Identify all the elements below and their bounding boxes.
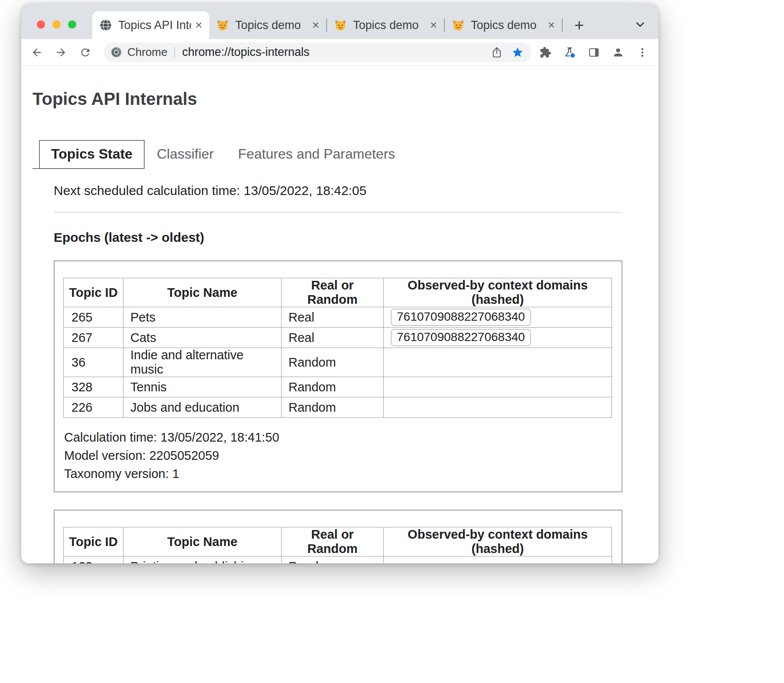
experiments-flask-icon[interactable] [561,44,578,61]
col-topic-id: Topic ID [64,278,123,307]
browser-tab-topics-demo-3[interactable]: Topics demo × [445,11,562,39]
browser-tab-topics-demo-1[interactable]: Topics demo × [209,11,326,39]
browser-toolbar: Chrome chrome://topics-internals [21,39,658,66]
side-panel-icon[interactable] [585,44,603,61]
topic-id-cell: 123 [64,556,123,564]
table-row: 265 Pets Real 7610709088227068340 [64,307,612,328]
table-header-row: Topic ID Topic Name Real or Random Obser… [64,278,612,307]
observed-domains-cell [384,397,612,418]
page-content: Topics API Internals Topics State Classi… [21,66,658,563]
observed-domains-cell [384,348,612,377]
divider [54,212,622,213]
share-icon[interactable] [488,44,505,61]
url-text: chrome://topics-internals [182,46,309,59]
real-or-random-cell: Real [282,307,384,328]
forward-button[interactable] [52,43,71,62]
model-version: Model version: 2205052059 [64,446,613,465]
calculation-time: Calculation time: 13/05/2022, 18:41:50 [64,428,613,446]
tab-classifier[interactable]: Classifier [145,140,226,169]
cat-favicon-icon [334,19,347,32]
new-tab-button[interactable]: + [570,16,589,35]
tab-features-and-parameters[interactable]: Features and Parameters [226,140,407,169]
topic-id-cell: 36 [64,348,123,377]
browser-tab-topics-internals[interactable]: Topics API Internals × [92,11,209,39]
real-or-random-cell: Random [282,556,384,564]
real-or-random-cell: Real [282,328,384,348]
close-tab-icon[interactable]: × [428,19,439,31]
col-topic-name: Topic Name [123,527,282,556]
epoch-card-1: Topic ID Topic Name Real or Random Obser… [54,260,622,492]
tab-title: Topics demo [235,19,308,32]
topic-id-cell: 328 [64,377,123,397]
chrome-logo-icon [110,46,122,58]
col-topic-name: Topic Name [123,278,282,307]
table-row: 36 Indie and alternative music Random [64,348,612,377]
topic-name-cell: Pets [123,307,282,328]
tab-search-chevron-icon[interactable] [632,16,648,32]
epoch-card-2: Topic ID Topic Name Real or Random Obser… [54,510,622,563]
col-observed-domains: Observed-by context domains (hashed) [384,527,612,556]
toolbar-actions [537,44,651,61]
browser-tab-topics-demo-2[interactable]: Topics demo × [327,11,444,39]
real-or-random-cell: Random [282,348,384,377]
real-or-random-cell: Random [282,397,384,418]
epoch-table: Topic ID Topic Name Real or Random Obser… [63,278,612,418]
observed-domains-cell [384,377,612,397]
topic-name-cell: Indie and alternative music [123,348,282,377]
globe-favicon-icon [99,19,112,32]
table-row: 123 Printing and publishing Random [64,556,612,564]
back-button[interactable] [27,43,46,62]
window-controls [37,20,76,29]
real-or-random-cell: Random [282,377,384,397]
extensions-puzzle-icon[interactable] [537,44,554,61]
epoch-table: Topic ID Topic Name Real or Random Obser… [63,527,612,563]
close-tab-icon[interactable]: × [546,19,557,31]
col-real-or-random: Real or Random [282,527,384,556]
tab-title: Topics demo [471,19,544,32]
topic-id-cell: 267 [64,328,123,348]
observed-domains-cell: 7610709088227068340 [384,307,612,328]
bookmark-star-icon[interactable] [509,44,526,61]
tab-strip: Topics API Internals × Topics demo × [21,3,658,39]
topic-name-cell: Cats [123,328,282,348]
table-row: 226 Jobs and education Random [64,397,612,418]
reload-button[interactable] [76,43,95,62]
observed-domain-hash[interactable]: 7610709088227068340 [391,329,531,346]
omnibox-divider [174,47,175,58]
col-topic-id: Topic ID [64,527,123,556]
cat-favicon-icon [452,19,465,32]
close-window-button[interactable] [37,20,45,29]
table-row: 267 Cats Real 7610709088227068340 [64,328,612,348]
topic-name-cell: Jobs and education [123,397,282,418]
topic-name-cell: Printing and publishing [123,556,282,564]
page-title: Topics API Internals [32,89,658,109]
close-tab-icon[interactable]: × [311,19,321,31]
tab-title: Topics demo [353,19,426,32]
topic-name-cell: Tennis [123,377,282,397]
observed-domains-cell: 7610709088227068340 [384,328,612,348]
taxonomy-version: Taxonomy version: 1 [64,465,613,483]
cat-favicon-icon [216,19,229,32]
next-calculation-time: Next scheduled calculation time: 13/05/2… [54,183,658,198]
browser-window: Topics API Internals × Topics demo × [21,3,658,563]
fullscreen-window-button[interactable] [68,20,76,29]
col-observed-domains: Observed-by context domains (hashed) [384,278,612,307]
epoch-meta: Calculation time: 13/05/2022, 18:41:50 M… [64,428,613,483]
chrome-label: Chrome [127,46,167,59]
tab-title: Topics API Internals [118,19,191,32]
col-real-or-random: Real or Random [282,278,384,307]
tab-separator [562,19,563,32]
browser-tabs: Topics API Internals × Topics demo × [92,11,589,39]
address-bar[interactable]: Chrome chrome://topics-internals [104,42,531,62]
close-tab-icon[interactable]: × [194,19,204,31]
topic-id-cell: 265 [64,307,123,328]
observed-domain-hash[interactable]: 7610709088227068340 [391,309,531,326]
observed-domains-cell [384,556,612,564]
epochs-heading: Epochs (latest -> oldest) [54,230,658,245]
table-row: 328 Tennis Random [64,377,612,397]
menu-dots-icon[interactable] [634,44,651,61]
minimize-window-button[interactable] [52,20,61,29]
page-tab-bar: Topics State Classifier Features and Par… [39,140,658,169]
tab-topics-state[interactable]: Topics State [39,140,145,169]
profile-avatar-icon[interactable] [609,44,627,61]
